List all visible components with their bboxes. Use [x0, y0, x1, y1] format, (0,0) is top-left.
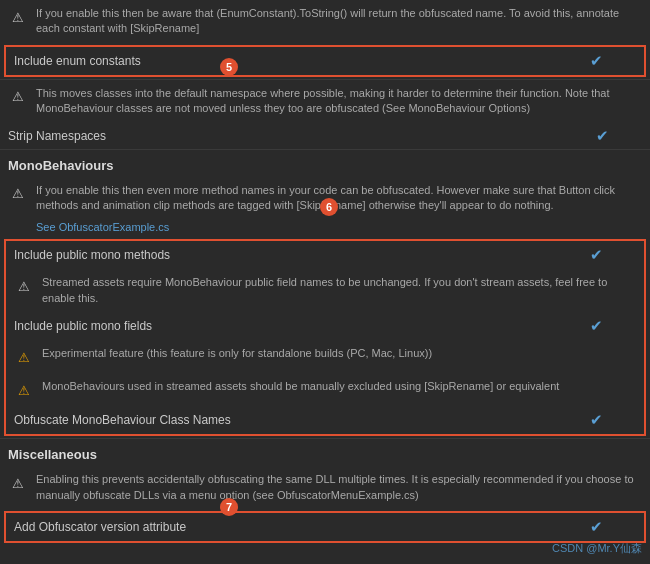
obfuscate-classnames-checkbox[interactable]: ✔: [556, 411, 636, 429]
watermark: CSDN @Mr.Y仙森: [552, 541, 642, 556]
experimental-warning-icon: ⚠: [14, 347, 34, 367]
enum-constants-label: Include enum constants: [14, 54, 556, 68]
monobehaviours-header: MonoBehaviours: [0, 150, 650, 177]
public-mono-fields-row[interactable]: Include public mono fields ✔: [6, 312, 644, 340]
miscellaneous-info-row: ⚠ Enabling this prevents accidentally ob…: [0, 466, 650, 509]
badge-6: 6: [320, 198, 338, 216]
version-attribute-row[interactable]: Add Obfuscator version attribute ✔: [6, 513, 644, 541]
obfuscator-example-link[interactable]: See ObfuscatorExample.cs: [0, 219, 650, 237]
badge-7: 7: [220, 498, 238, 516]
enum-constants-check-icon: ✔: [590, 52, 603, 70]
obfuscate-classnames-label: Obfuscate MonoBehaviour Class Names: [14, 413, 556, 427]
miscellaneous-info-text: Enabling this prevents accidentally obfu…: [36, 472, 642, 503]
version-attribute-label: Add Obfuscator version attribute: [14, 520, 556, 534]
strip-namespaces-checkbox[interactable]: ✔: [562, 127, 642, 145]
strip-namespaces-label: Strip Namespaces: [8, 129, 562, 143]
public-mono-methods-label: Include public mono methods: [14, 248, 556, 262]
skiprename-info-row: ⚠ MonoBehaviours used in streamed assets…: [6, 373, 644, 406]
strip-info-icon: ⚠: [8, 87, 28, 107]
skiprename-warning-icon: ⚠: [14, 380, 34, 400]
public-mono-fields-check-icon: ✔: [590, 317, 603, 335]
public-mono-methods-row[interactable]: Include public mono methods ✔: [6, 241, 644, 269]
version-attribute-checkbox[interactable]: ✔: [556, 518, 636, 536]
obfuscate-classnames-row[interactable]: Obfuscate MonoBehaviour Class Names ✔: [6, 406, 644, 434]
public-mono-methods-check-icon: ✔: [590, 246, 603, 264]
experimental-info-row: ⚠ Experimental feature (this feature is …: [6, 340, 644, 373]
strip-namespaces-row[interactable]: Strip Namespaces ✔: [0, 123, 650, 149]
public-mono-fields-label: Include public mono fields: [14, 319, 556, 333]
monobehaviours-highlighted-box: Include public mono methods ✔ ⚠ Streamed…: [4, 239, 646, 436]
streamed-assets-info-icon: ⚠: [14, 276, 34, 296]
mono-info-icon: ⚠: [8, 184, 28, 204]
strip-namespaces-info-text: This moves classes into the default name…: [36, 86, 642, 117]
obfuscate-classnames-check-icon: ✔: [590, 411, 603, 429]
experimental-info-text: Experimental feature (this feature is on…: [42, 346, 636, 361]
monobehaviours-info-text: If you enable this then even more method…: [36, 183, 642, 214]
enum-constants-checkbox[interactable]: ✔: [556, 52, 636, 70]
misc-info-icon: ⚠: [8, 473, 28, 493]
settings-container: 5 6 7 ⚠ If you enable this then be aware…: [0, 0, 650, 543]
skiprename-info-text: MonoBehaviours used in streamed assets s…: [42, 379, 636, 394]
enum-constants-row[interactable]: Include enum constants ✔: [6, 47, 644, 75]
enum-constants-info-row: ⚠ If you enable this then be aware that …: [0, 0, 650, 43]
enum-info-icon: ⚠: [8, 7, 28, 27]
badge-5: 5: [220, 58, 238, 76]
strip-namespaces-check-icon: ✔: [596, 127, 609, 145]
enum-constants-info-text: If you enable this then be aware that (E…: [36, 6, 642, 37]
public-mono-fields-checkbox[interactable]: ✔: [556, 317, 636, 335]
version-attribute-check-icon: ✔: [590, 518, 603, 536]
enum-constants-highlighted-box: Include enum constants ✔: [4, 45, 646, 77]
public-mono-methods-checkbox[interactable]: ✔: [556, 246, 636, 264]
streamed-assets-info-row: ⚠ Streamed assets require MonoBehaviour …: [6, 269, 644, 312]
version-attribute-highlighted-box: Add Obfuscator version attribute ✔: [4, 511, 646, 543]
strip-namespaces-info-row: ⚠ This moves classes into the default na…: [0, 80, 650, 123]
streamed-assets-info-text: Streamed assets require MonoBehaviour pu…: [42, 275, 636, 306]
miscellaneous-header: Miscellaneous: [0, 439, 650, 466]
